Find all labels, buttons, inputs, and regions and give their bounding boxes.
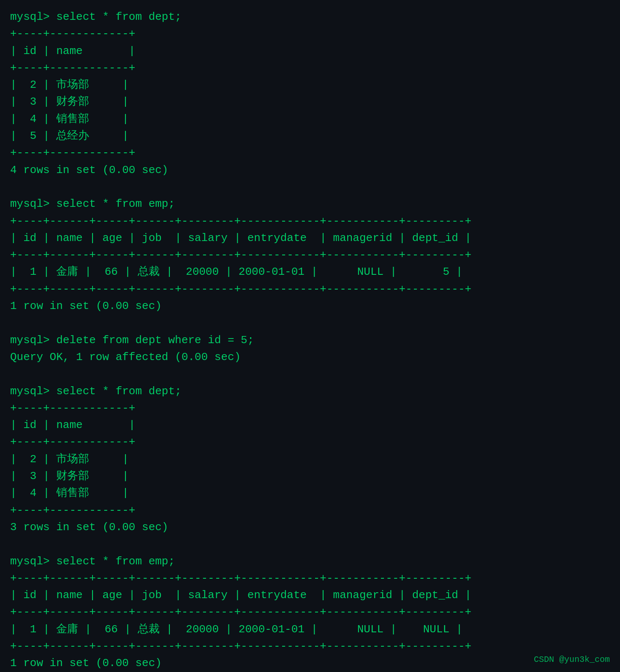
terminal-output: mysql> select * from dept; +----+-------… <box>10 8 610 672</box>
watermark: CSDN @yun3k_com <box>534 655 610 664</box>
